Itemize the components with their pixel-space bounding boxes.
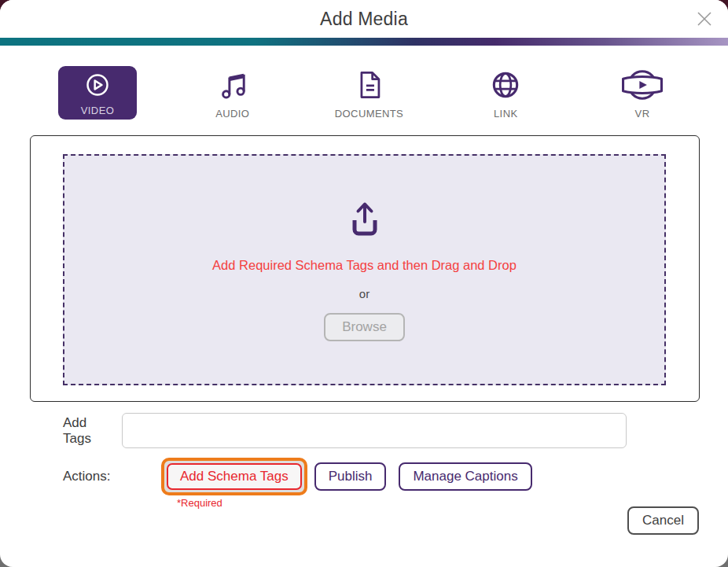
add-tags-row: Add Tags (63, 413, 728, 448)
music-note-icon (215, 68, 250, 102)
media-type-tabs: VIDEO AUDIO DOCUMENTS (0, 46, 728, 120)
cancel-button[interactable]: Cancel (627, 506, 699, 535)
tab-link[interactable]: LINK (465, 66, 546, 120)
tab-audio-label: AUDIO (215, 108, 249, 120)
tab-vr-label: VR (635, 108, 650, 120)
play-circle-icon (82, 69, 113, 101)
globe-icon (488, 68, 523, 102)
add-tags-input[interactable] (122, 413, 627, 448)
tab-video-label: VIDEO (81, 105, 114, 116)
tab-documents-label: DOCUMENTS (335, 108, 403, 120)
browse-button[interactable]: Browse (324, 313, 405, 341)
add-media-dialog: Add Media VIDEO (0, 0, 728, 567)
dropzone-or-text: or (359, 287, 370, 300)
required-note: *Required (177, 497, 222, 509)
publish-button[interactable]: Publish (314, 462, 387, 491)
actions-label: Actions: (63, 469, 112, 484)
tab-audio[interactable]: AUDIO (192, 66, 274, 120)
tab-vr[interactable]: VR (601, 66, 683, 120)
drag-drop-zone[interactable]: Add Required Schema Tags and then Drag a… (63, 154, 666, 385)
document-icon (352, 68, 387, 102)
dropzone-instruction: Add Required Schema Tags and then Drag a… (212, 258, 517, 273)
upload-icon (346, 198, 384, 241)
highlight-annotation: Add Schema Tags (161, 458, 307, 495)
actions-row: Actions: Add Schema Tags Publish Manage … (63, 458, 728, 495)
tab-link-label: LINK (494, 108, 518, 120)
tab-documents[interactable]: DOCUMENTS (329, 66, 410, 120)
add-schema-tags-button[interactable]: Add Schema Tags (167, 463, 302, 490)
add-tags-label: Add Tags (63, 415, 112, 447)
vr-360-icon (620, 68, 665, 102)
tab-video[interactable]: VIDEO (58, 66, 137, 120)
manage-captions-button[interactable]: Manage Captions (399, 462, 531, 491)
dialog-header: Add Media (0, 0, 728, 38)
footer-row: Cancel (0, 506, 699, 535)
dialog-title: Add Media (320, 9, 408, 30)
header-gradient-divider (0, 38, 728, 46)
upload-card: Add Required Schema Tags and then Drag a… (30, 135, 700, 402)
close-icon[interactable] (693, 8, 715, 30)
